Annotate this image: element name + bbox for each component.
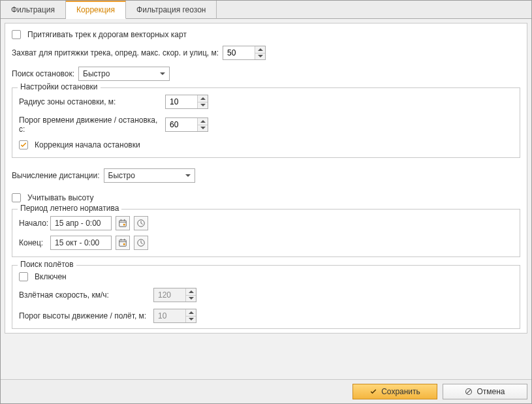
alt-threshold-spinner: [153, 309, 196, 323]
row-stop-correction: Коррекция начала остановки: [19, 140, 513, 149]
flights-legend: Поиск полётов: [18, 260, 76, 269]
flights-fieldset: Поиск полётов Включен Взлётная скорость,…: [12, 265, 520, 329]
distance-calc-combo[interactable]: Быстро: [104, 168, 195, 183]
stop-radius-spin-up[interactable]: [198, 95, 208, 102]
takeoff-speed-spinner: [153, 288, 196, 302]
triangle-down-icon: [200, 104, 206, 106]
row-takeoff-speed: Взлётная скорость, км/ч:: [19, 288, 513, 302]
row-stop-radius: Радиус зоны остановки, м:: [19, 95, 513, 109]
settings-window: Фильтрация Коррекция Фильтрация геозон П…: [0, 0, 532, 404]
triangle-up-icon: [258, 48, 263, 51]
triangle-down-icon: [258, 55, 263, 57]
triangle-up-icon: [189, 311, 194, 314]
stop-correction-checkbox[interactable]: [19, 140, 28, 149]
capture-spin-up[interactable]: [255, 46, 265, 54]
save-button[interactable]: Сохранить: [352, 384, 437, 399]
correction-panel: Притягивать трек к дорогам векторных кар…: [5, 23, 527, 334]
stop-threshold-label: Порог времени движение / остановка, с:: [19, 116, 161, 134]
alt-threshold-spin-down: [186, 317, 196, 323]
svg-rect-1: [123, 224, 125, 226]
alt-threshold-input: [154, 309, 185, 322]
takeoff-speed-input: [154, 288, 185, 302]
row-summer-end: Конец: 15 окт - 0:00: [19, 236, 513, 250]
stops-search-label: Поиск остановок:: [12, 69, 74, 78]
row-snap-to-roads: Притягивать трек к дорогам векторных кар…: [12, 30, 520, 39]
cancel-icon: [465, 388, 473, 396]
summer-end-label: Конец:: [19, 238, 46, 247]
tab-correction[interactable]: Коррекция: [66, 1, 126, 19]
triangle-down-icon: [189, 318, 194, 320]
stop-threshold-spin-up[interactable]: [198, 118, 208, 125]
flights-enabled-checkbox[interactable]: [19, 272, 28, 281]
summer-start-input[interactable]: 15 апр - 0:00: [50, 216, 112, 230]
stop-radius-spinner[interactable]: [165, 95, 208, 109]
capture-spin-down[interactable]: [255, 54, 265, 60]
summer-start-label: Начало:: [19, 219, 46, 228]
row-altitude: Учитывать высоту: [12, 193, 520, 202]
content-area: Притягивать трек к дорогам векторных кар…: [1, 19, 531, 379]
stop-radius-input[interactable]: [166, 95, 197, 108]
cancel-button[interactable]: Отмена: [443, 384, 527, 399]
stop-radius-spin-down[interactable]: [198, 102, 208, 109]
stop-correction-label: Коррекция начала остановки: [35, 140, 140, 149]
stop-threshold-spin-down[interactable]: [198, 125, 208, 132]
calendar-icon: [118, 238, 127, 247]
tab-filter[interactable]: Фильтрация: [1, 1, 66, 19]
capture-spinner[interactable]: [223, 46, 266, 60]
svg-rect-0: [119, 221, 127, 227]
chevron-down-icon: [185, 174, 191, 177]
summer-start-time-btn[interactable]: [134, 216, 148, 230]
snap-to-roads-checkbox[interactable]: [12, 30, 21, 39]
row-distance-calc: Вычисление дистанции: Быстро: [12, 168, 520, 183]
footer-bar: Сохранить Отмена: [1, 379, 531, 403]
stop-threshold-spin-buttons: [197, 118, 208, 131]
distance-calc-value: Быстро: [108, 171, 135, 180]
svg-rect-4: [123, 243, 125, 245]
takeoff-spin-buttons: [185, 288, 196, 302]
stops-search-value: Быстро: [83, 69, 110, 78]
capture-input[interactable]: [223, 46, 255, 59]
takeoff-spin-down: [186, 296, 196, 302]
triangle-up-icon: [200, 97, 206, 100]
takeoff-spin-up: [186, 288, 196, 296]
stops-search-combo[interactable]: Быстро: [78, 67, 170, 81]
clock-icon: [136, 219, 146, 228]
capture-label: Захват для притяжки трека, опред. макс. …: [12, 48, 219, 57]
takeoff-speed-label: Взлётная скорость, км/ч:: [19, 290, 149, 300]
capture-spin-buttons: [255, 46, 265, 59]
stop-radius-spin-buttons: [197, 95, 208, 108]
check-icon: [369, 388, 377, 396]
row-flights-enabled: Включен: [19, 272, 513, 281]
summer-end-calendar-btn[interactable]: [116, 236, 130, 250]
row-summer-start: Начало: 15 апр - 0:00: [19, 216, 513, 230]
summer-period-fieldset: Период летнего норматива Начало: 15 апр …: [12, 209, 520, 257]
tab-bar: Фильтрация Коррекция Фильтрация геозон: [1, 1, 531, 19]
stop-threshold-input[interactable]: [166, 118, 197, 131]
row-stop-threshold: Порог времени движение / остановка, с:: [19, 116, 513, 134]
flights-enabled-label: Включен: [35, 272, 67, 281]
alt-threshold-spin-up: [186, 309, 196, 317]
row-alt-threshold: Порог высоты движение / полёт, м:: [19, 309, 513, 323]
summer-period-legend: Период летнего норматива: [18, 204, 121, 213]
summer-start-calendar-btn[interactable]: [116, 216, 130, 230]
alt-threshold-label: Порог высоты движение / полёт, м:: [19, 311, 149, 320]
snap-to-roads-label: Притягивать трек к дорогам векторных кар…: [27, 30, 187, 39]
row-capture: Захват для притяжки трека, опред. макс. …: [12, 46, 520, 60]
row-stops-search: Поиск остановок: Быстро: [12, 67, 520, 81]
stop-threshold-spinner[interactable]: [165, 117, 208, 132]
alt-threshold-spin-buttons: [185, 309, 196, 322]
calendar-icon: [118, 219, 127, 228]
summer-end-time-btn[interactable]: [134, 236, 148, 250]
svg-rect-3: [119, 240, 127, 247]
triangle-down-icon: [200, 127, 206, 129]
triangle-up-icon: [189, 290, 194, 293]
summer-end-input[interactable]: 15 окт - 0:00: [50, 236, 112, 250]
stop-settings-fieldset: Настройки остановки Радиус зоны остановк…: [12, 87, 520, 158]
triangle-up-icon: [200, 120, 206, 123]
altitude-label: Учитывать высоту: [27, 193, 94, 202]
altitude-checkbox[interactable]: [12, 193, 21, 202]
tab-geofilter[interactable]: Фильтрация геозон: [126, 1, 217, 19]
stop-settings-legend: Настройки остановки: [18, 82, 101, 91]
distance-calc-label: Вычисление дистанции:: [12, 171, 100, 180]
stop-radius-label: Радиус зоны остановки, м:: [19, 97, 161, 106]
